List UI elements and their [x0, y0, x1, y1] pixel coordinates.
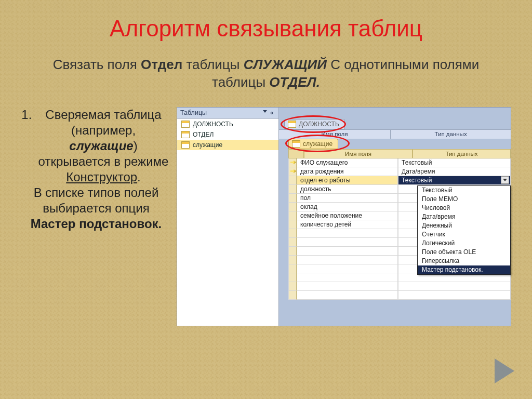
- col-header-type: Тип данных: [391, 129, 511, 139]
- data-type-cell[interactable]: Текстовый: [398, 158, 511, 167]
- subtitle-bi-otdel: ОТДЕЛ.: [269, 74, 320, 90]
- table-icon: [181, 141, 190, 149]
- table-row[interactable]: отдел его работыТекстовый: [288, 176, 511, 185]
- annotation-circle: [285, 135, 350, 152]
- row-selector[interactable]: [288, 282, 297, 291]
- bullet-bold-wizard: Мастер подстановок.: [31, 217, 162, 231]
- data-type-cell[interactable]: [398, 282, 511, 291]
- dropdown-option[interactable]: Счетчик: [418, 230, 510, 239]
- subtitle-text: таблицы: [182, 57, 244, 72]
- table-icon: [181, 121, 190, 128]
- data-type-cell[interactable]: Дата/время: [398, 167, 511, 176]
- field-name-cell[interactable]: [297, 282, 398, 291]
- row-selector[interactable]: [288, 194, 297, 203]
- nav-header-label: Таблицы: [180, 109, 207, 116]
- table-row[interactable]: ФИО служащегоТекстовый: [288, 158, 511, 167]
- nav-item-employees[interactable]: служащие: [177, 140, 278, 150]
- annotation-circle: [281, 115, 346, 133]
- bullet-text: .: [137, 170, 141, 184]
- bullet-text: В списке типов полей выбирается опция: [34, 185, 159, 215]
- subtitle-bi-employee: СЛУЖАЩИЙ: [244, 57, 327, 72]
- field-name-cell[interactable]: [297, 229, 398, 238]
- column-header-datatype: Тип данных: [413, 149, 511, 158]
- dropdown-button[interactable]: [501, 176, 509, 184]
- chevron-down-icon: [503, 179, 507, 181]
- field-name-cell[interactable]: количество детей: [297, 220, 398, 229]
- field-name-cell[interactable]: пол: [297, 194, 398, 203]
- dropdown-option[interactable]: Денежный: [418, 221, 510, 230]
- bullet-underline-constructor: Конструктор: [66, 170, 137, 184]
- row-selector[interactable]: [288, 256, 297, 264]
- navigation-pane: Таблицы « ДОЛЖНОСТЬ ОТДЕЛ: [177, 108, 279, 326]
- next-slide-button[interactable]: [495, 358, 514, 383]
- nav-item-label: ОТДЕЛ: [193, 131, 214, 138]
- row-selector[interactable]: [288, 229, 297, 238]
- field-name-cell[interactable]: [297, 273, 398, 282]
- field-name-cell[interactable]: [297, 238, 398, 247]
- dropdown-option[interactable]: Поле МЕМО: [418, 195, 510, 204]
- row-selector[interactable]: [288, 291, 297, 300]
- nav-item-label: ДОЛЖНОСТЬ: [193, 121, 233, 128]
- row-selector[interactable]: [288, 264, 297, 273]
- primary-key-icon[interactable]: [288, 167, 297, 176]
- nav-header[interactable]: Таблицы «: [177, 108, 278, 118]
- field-name-cell[interactable]: [297, 291, 398, 300]
- field-name-cell[interactable]: ФИО служащего: [297, 158, 398, 167]
- bullet-list: Сверяемая таблица (например, служащие) о…: [21, 107, 171, 326]
- nav-item-department[interactable]: ОТДЕЛ: [177, 129, 278, 140]
- bullet-text: Сверяемая таблица (например,: [45, 108, 161, 137]
- dropdown-option[interactable]: Логический: [418, 239, 510, 248]
- row-selector[interactable]: [288, 220, 297, 229]
- dropdown-option[interactable]: Гиперссылка: [418, 257, 510, 265]
- dropdown-option[interactable]: Дата/время: [418, 212, 510, 221]
- table-row[interactable]: [288, 291, 511, 300]
- dropdown-option[interactable]: Мастер подстановок.: [418, 265, 510, 274]
- slide-title: Алгоритм связывания таблиц: [21, 16, 511, 42]
- field-name-cell[interactable]: отдел его работы: [297, 176, 398, 185]
- row-selector[interactable]: [288, 273, 297, 282]
- row-selector[interactable]: [288, 247, 297, 256]
- data-type-cell[interactable]: Текстовый: [398, 176, 511, 185]
- table-row[interactable]: дата рожденияДата/время: [288, 167, 511, 176]
- datatype-dropdown[interactable]: ТекстовыйПоле МЕМОЧисловойДата/времяДене…: [417, 185, 511, 275]
- collapse-pane-icon[interactable]: «: [270, 110, 275, 115]
- field-name-cell[interactable]: семейное положение: [297, 211, 398, 220]
- field-name-cell[interactable]: дата рождения: [297, 167, 398, 176]
- data-type-cell[interactable]: [398, 291, 511, 300]
- nav-item-position[interactable]: ДОЛЖНОСТЬ: [177, 119, 278, 129]
- table-row[interactable]: [288, 282, 511, 291]
- row-selector[interactable]: [288, 185, 297, 194]
- row-selector[interactable]: [288, 203, 297, 211]
- field-name-cell[interactable]: [297, 264, 398, 273]
- slide-subtitle: Связать поля Отдел таблицы СЛУЖАЩИЙ С од…: [42, 56, 490, 91]
- bullet-em-employees: служащие: [69, 139, 133, 153]
- field-name-cell[interactable]: оклад: [297, 203, 398, 211]
- dropdown-option[interactable]: Числовой: [418, 204, 510, 212]
- data-type-value: Текстовый: [402, 177, 432, 184]
- table-icon: [181, 131, 190, 138]
- field-name-cell[interactable]: [297, 256, 398, 264]
- subtitle-text: Связать поля: [53, 57, 141, 72]
- row-selector[interactable]: [288, 211, 297, 220]
- workspace: ДОЛЖНОСТЬ Имя поля Тип данных служащие И…: [279, 108, 511, 326]
- chevron-down-icon[interactable]: [263, 110, 267, 113]
- field-name-cell[interactable]: должность: [297, 185, 398, 194]
- dropdown-option[interactable]: Текстовый: [418, 186, 510, 195]
- access-screenshot: Таблицы « ДОЛЖНОСТЬ ОТДЕЛ: [177, 107, 511, 326]
- dropdown-option[interactable]: Поле объекта OLE: [418, 248, 510, 257]
- row-selector[interactable]: [288, 176, 297, 185]
- subtitle-bold-otdel: Отдел: [141, 57, 182, 72]
- field-name-cell[interactable]: [297, 247, 398, 256]
- nav-item-label: служащие: [193, 141, 222, 149]
- row-selector[interactable]: [288, 238, 297, 247]
- primary-key-icon[interactable]: [288, 158, 297, 167]
